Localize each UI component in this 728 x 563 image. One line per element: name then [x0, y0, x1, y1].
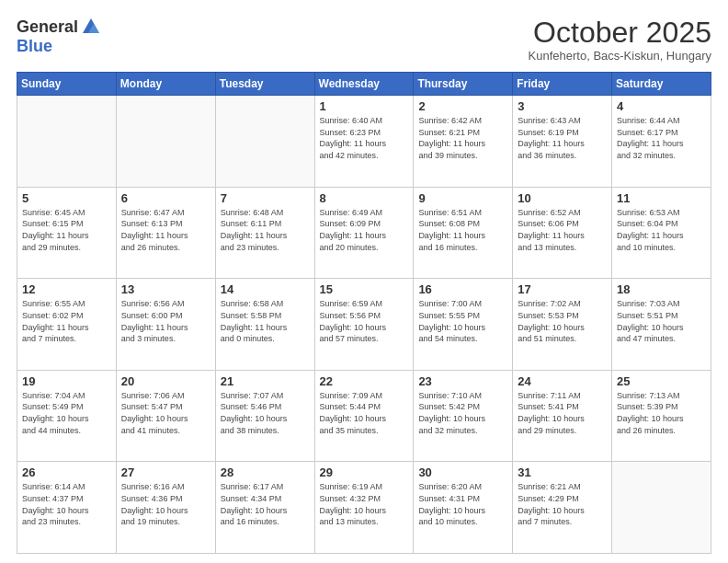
day-info: Sunrise: 7:07 AMSunset: 5:46 PMDaylight:…	[221, 390, 310, 436]
day-number: 15	[320, 282, 409, 296]
day-number: 27	[121, 465, 210, 479]
calendar-cell: 3Sunrise: 6:43 AMSunset: 6:19 PMDaylight…	[513, 96, 612, 188]
calendar-week-3: 19Sunrise: 7:04 AMSunset: 5:49 PMDayligh…	[17, 370, 711, 462]
logo-blue-text: Blue	[17, 37, 52, 55]
calendar-cell: 11Sunrise: 6:53 AMSunset: 6:04 PMDayligh…	[612, 187, 711, 279]
calendar-cell: 4Sunrise: 6:44 AMSunset: 6:17 PMDaylight…	[612, 96, 711, 188]
calendar-cell: 8Sunrise: 6:49 AMSunset: 6:09 PMDaylight…	[314, 187, 414, 279]
day-info: Sunrise: 6:53 AMSunset: 6:04 PMDaylight:…	[617, 207, 706, 253]
day-info: Sunrise: 7:11 AMSunset: 5:41 PMDaylight:…	[518, 390, 607, 436]
day-info: Sunrise: 7:03 AMSunset: 5:51 PMDaylight:…	[617, 298, 706, 344]
calendar-cell: 23Sunrise: 7:10 AMSunset: 5:42 PMDayligh…	[414, 370, 513, 462]
day-info: Sunrise: 6:44 AMSunset: 6:17 PMDaylight:…	[617, 115, 706, 161]
day-info: Sunrise: 6:17 AMSunset: 4:34 PMDaylight:…	[221, 481, 310, 527]
day-number: 6	[121, 191, 210, 205]
day-number: 16	[418, 282, 507, 296]
day-info: Sunrise: 6:45 AMSunset: 6:15 PMDaylight:…	[22, 207, 111, 253]
logo-general-text: General	[17, 17, 78, 37]
calendar-cell: 16Sunrise: 7:00 AMSunset: 5:55 PMDayligh…	[414, 279, 513, 371]
day-number: 3	[518, 99, 607, 113]
calendar-cell: 21Sunrise: 7:07 AMSunset: 5:46 PMDayligh…	[215, 370, 314, 462]
day-info: Sunrise: 7:02 AMSunset: 5:53 PMDaylight:…	[518, 298, 607, 344]
day-number: 9	[418, 191, 507, 205]
day-info: Sunrise: 6:49 AMSunset: 6:09 PMDaylight:…	[320, 207, 409, 253]
day-info: Sunrise: 6:40 AMSunset: 6:23 PMDaylight:…	[320, 115, 409, 161]
calendar-cell: 19Sunrise: 7:04 AMSunset: 5:49 PMDayligh…	[17, 370, 117, 462]
day-number: 7	[221, 191, 310, 205]
calendar-cell: 9Sunrise: 6:51 AMSunset: 6:08 PMDaylight…	[414, 187, 513, 279]
calendar-cell	[215, 96, 314, 188]
day-number: 14	[221, 282, 310, 296]
calendar-cell: 6Sunrise: 6:47 AMSunset: 6:13 PMDaylight…	[116, 187, 215, 279]
day-number: 28	[221, 465, 310, 479]
calendar-week-2: 12Sunrise: 6:55 AMSunset: 6:02 PMDayligh…	[17, 279, 711, 371]
calendar-cell: 29Sunrise: 6:19 AMSunset: 4:32 PMDayligh…	[314, 462, 414, 554]
calendar-table: Sunday Monday Tuesday Wednesday Thursday…	[17, 72, 711, 554]
calendar-cell: 24Sunrise: 7:11 AMSunset: 5:41 PMDayligh…	[513, 370, 612, 462]
col-tuesday: Tuesday	[215, 73, 314, 96]
day-info: Sunrise: 6:52 AMSunset: 6:06 PMDaylight:…	[518, 207, 607, 253]
location: Kunfeherto, Bacs-Kiskun, Hungary	[529, 49, 711, 63]
header-right: October 2025 Kunfeherto, Bacs-Kiskun, Hu…	[529, 17, 711, 63]
calendar-cell: 31Sunrise: 6:21 AMSunset: 4:29 PMDayligh…	[513, 462, 612, 554]
day-number: 24	[518, 374, 607, 388]
logo: General Blue	[17, 17, 101, 56]
day-number: 8	[320, 191, 409, 205]
calendar-cell: 7Sunrise: 6:48 AMSunset: 6:11 PMDaylight…	[215, 187, 314, 279]
day-info: Sunrise: 7:04 AMSunset: 5:49 PMDaylight:…	[22, 390, 111, 436]
day-number: 25	[617, 374, 706, 388]
calendar-cell: 20Sunrise: 7:06 AMSunset: 5:47 PMDayligh…	[116, 370, 215, 462]
calendar-header-row: Sunday Monday Tuesday Wednesday Thursday…	[17, 73, 711, 96]
day-number: 21	[221, 374, 310, 388]
calendar-cell: 14Sunrise: 6:58 AMSunset: 5:58 PMDayligh…	[215, 279, 314, 371]
day-number: 12	[22, 282, 111, 296]
day-info: Sunrise: 7:13 AMSunset: 5:39 PMDaylight:…	[617, 390, 706, 436]
calendar-week-1: 5Sunrise: 6:45 AMSunset: 6:15 PMDaylight…	[17, 187, 711, 279]
col-thursday: Thursday	[414, 73, 513, 96]
day-number: 5	[22, 191, 111, 205]
day-info: Sunrise: 6:48 AMSunset: 6:11 PMDaylight:…	[221, 207, 310, 253]
day-number: 29	[320, 465, 409, 479]
calendar-cell: 12Sunrise: 6:55 AMSunset: 6:02 PMDayligh…	[17, 279, 117, 371]
calendar-week-4: 26Sunrise: 6:14 AMSunset: 4:37 PMDayligh…	[17, 462, 711, 554]
calendar-cell: 17Sunrise: 7:02 AMSunset: 5:53 PMDayligh…	[513, 279, 612, 371]
day-number: 11	[617, 191, 706, 205]
day-info: Sunrise: 7:06 AMSunset: 5:47 PMDaylight:…	[121, 390, 210, 436]
day-info: Sunrise: 6:42 AMSunset: 6:21 PMDaylight:…	[418, 115, 507, 161]
calendar-cell: 18Sunrise: 7:03 AMSunset: 5:51 PMDayligh…	[612, 279, 711, 371]
calendar-cell: 22Sunrise: 7:09 AMSunset: 5:44 PMDayligh…	[314, 370, 414, 462]
day-number: 26	[22, 465, 111, 479]
day-number: 1	[320, 99, 409, 113]
col-monday: Monday	[116, 73, 215, 96]
day-number: 4	[617, 99, 706, 113]
day-number: 17	[518, 282, 607, 296]
day-info: Sunrise: 6:20 AMSunset: 4:31 PMDaylight:…	[418, 481, 507, 527]
day-info: Sunrise: 6:58 AMSunset: 5:58 PMDaylight:…	[221, 298, 310, 344]
calendar-cell	[17, 96, 117, 188]
month-title: October 2025	[529, 17, 711, 49]
calendar-week-0: 1Sunrise: 6:40 AMSunset: 6:23 PMDaylight…	[17, 96, 711, 188]
day-number: 13	[121, 282, 210, 296]
day-number: 23	[418, 374, 507, 388]
day-info: Sunrise: 6:21 AMSunset: 4:29 PMDaylight:…	[518, 481, 607, 527]
calendar-cell: 30Sunrise: 6:20 AMSunset: 4:31 PMDayligh…	[414, 462, 513, 554]
day-info: Sunrise: 6:59 AMSunset: 5:56 PMDaylight:…	[320, 298, 409, 344]
calendar-cell: 15Sunrise: 6:59 AMSunset: 5:56 PMDayligh…	[314, 279, 414, 371]
day-number: 19	[22, 374, 111, 388]
calendar-cell	[612, 462, 711, 554]
calendar-cell: 28Sunrise: 6:17 AMSunset: 4:34 PMDayligh…	[215, 462, 314, 554]
day-number: 10	[518, 191, 607, 205]
calendar-cell: 25Sunrise: 7:13 AMSunset: 5:39 PMDayligh…	[612, 370, 711, 462]
calendar-cell: 27Sunrise: 6:16 AMSunset: 4:36 PMDayligh…	[116, 462, 215, 554]
day-info: Sunrise: 6:56 AMSunset: 6:00 PMDaylight:…	[121, 298, 210, 344]
day-number: 30	[418, 465, 507, 479]
calendar-cell: 1Sunrise: 6:40 AMSunset: 6:23 PMDaylight…	[314, 96, 414, 188]
day-info: Sunrise: 7:10 AMSunset: 5:42 PMDaylight:…	[418, 390, 507, 436]
day-info: Sunrise: 6:14 AMSunset: 4:37 PMDaylight:…	[22, 481, 111, 527]
day-number: 18	[617, 282, 706, 296]
day-number: 2	[418, 99, 507, 113]
day-info: Sunrise: 7:09 AMSunset: 5:44 PMDaylight:…	[320, 390, 409, 436]
calendar-cell: 13Sunrise: 6:56 AMSunset: 6:00 PMDayligh…	[116, 279, 215, 371]
day-number: 20	[121, 374, 210, 388]
day-info: Sunrise: 6:16 AMSunset: 4:36 PMDaylight:…	[121, 481, 210, 527]
